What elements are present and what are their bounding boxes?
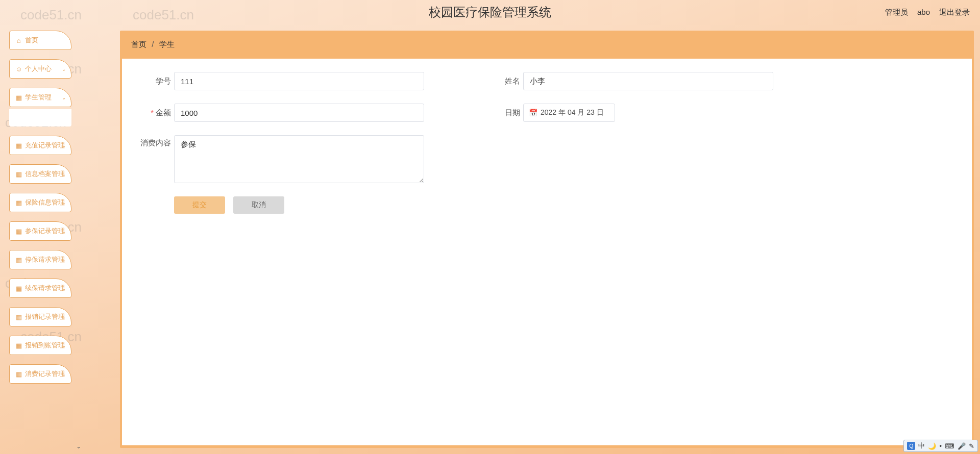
chevron-down-icon: ⌄ xyxy=(62,200,66,206)
date-label: 日期 xyxy=(485,108,520,118)
grid-icon: ▦ xyxy=(16,285,22,291)
sidebar-item-label: 停保请求管理 xyxy=(25,255,65,264)
sidebar-item-insurance-info[interactable]: ▦ 保险信息管理 ⌄ xyxy=(9,193,71,212)
chevron-down-icon: ⌄ xyxy=(62,371,66,377)
grid-icon: ▦ xyxy=(16,342,22,348)
breadcrumb-home[interactable]: 首页 xyxy=(131,40,146,48)
sidebar-subitem[interactable] xyxy=(9,109,71,127)
student-id-input[interactable] xyxy=(174,72,424,90)
sidebar-item-reimburse-record[interactable]: ▦ 报销记录管理 ⌄ xyxy=(9,307,71,326)
chevron-down-icon: ⌄ xyxy=(62,257,66,263)
breadcrumb: 首页 / 学生 xyxy=(121,32,973,58)
chevron-down-icon: ⌄ xyxy=(62,143,66,148)
sidebar-item-info-archive[interactable]: ▦ 信息档案管理 ⌄ xyxy=(9,164,71,184)
header-right: 管理员 abo 退出登录 xyxy=(885,8,970,17)
content-textarea[interactable] xyxy=(174,135,424,183)
grid-icon: ▦ xyxy=(16,228,22,234)
sidebar-item-stop-request[interactable]: ▦ 停保请求管理 ⌄ xyxy=(9,250,71,269)
sidebar-item-renew-request[interactable]: ▦ 续保请求管理 ⌄ xyxy=(9,279,71,298)
sidebar-item-label: 续保请求管理 xyxy=(25,284,65,293)
sidebar-item-label: 个人中心 xyxy=(25,64,52,73)
ime-logo-icon: Q xyxy=(907,442,915,450)
grid-icon: ▦ xyxy=(16,199,22,206)
submit-button[interactable]: 提交 xyxy=(174,196,225,214)
sidebar-item-label: 报销到账管理 xyxy=(25,341,65,350)
sidebar-item-recharge[interactable]: ▦ 充值记录管理 ⌄ xyxy=(9,136,71,155)
chevron-down-icon: ⌄ xyxy=(62,66,66,72)
grid-icon: ▦ xyxy=(16,257,22,263)
chevron-down-icon: ⌄ xyxy=(62,95,66,100)
amount-input[interactable] xyxy=(174,104,424,122)
sidebar-item-student[interactable]: ▦ 学生管理 ⌄ xyxy=(9,88,71,107)
name-input[interactable] xyxy=(523,72,773,90)
sidebar-item-label: 保险信息管理 xyxy=(25,198,65,207)
scroll-down-icon[interactable]: ⌄ xyxy=(76,443,81,450)
sidebar-item-profile[interactable]: ☺ 个人中心 ⌄ xyxy=(9,59,71,79)
app-title: 校园医疗保险管理系统 xyxy=(429,4,551,20)
sidebar-item-reimburse-arrival[interactable]: ▦ 报销到账管理 ⌄ xyxy=(9,336,71,355)
cancel-button[interactable]: 取消 xyxy=(233,196,284,214)
chevron-down-icon: ⌄ xyxy=(62,286,66,291)
sidebar-item-label: 充值记录管理 xyxy=(25,141,65,150)
amount-label: 金额 xyxy=(136,108,171,118)
grid-icon: ▦ xyxy=(16,171,22,177)
ime-punct-icon[interactable]: • xyxy=(939,442,942,450)
grid-icon: ▦ xyxy=(16,94,22,100)
ime-mic-icon[interactable]: 🎤 xyxy=(958,442,966,450)
sidebar-item-label: 报销记录管理 xyxy=(25,312,65,321)
ime-lang[interactable]: 中 xyxy=(918,441,925,450)
chevron-down-icon: ⌄ xyxy=(62,171,66,177)
header: 校园医疗保险管理系统 管理员 abo 退出登录 xyxy=(0,0,980,24)
ime-toolbar[interactable]: Q 中 🌙 • ⌨ 🎤 ✎ xyxy=(903,440,978,452)
main-content: 首页 / 学生 学号 姓名 金额 xyxy=(84,24,980,454)
sidebar-item-label: 信息档案管理 xyxy=(25,169,65,179)
sidebar-item-label: 学生管理 xyxy=(25,93,52,102)
date-value: 2022 年 04 月 23 日 xyxy=(541,108,604,117)
sidebar-item-home[interactable]: ⌂ 首页 xyxy=(9,31,71,50)
logout-link[interactable]: 退出登录 xyxy=(939,8,970,17)
sidebar-item-label: 首页 xyxy=(25,36,38,45)
calendar-icon: 📅 xyxy=(529,109,537,117)
sidebar: ⌂ 首页 ☺ 个人中心 ⌄ ▦ 学生管理 ⌄ ▦ 充值记录管理 ⌄ ▦ 信息档案… xyxy=(0,24,84,454)
home-icon: ⌂ xyxy=(16,37,22,43)
role-label: 管理员 xyxy=(885,8,908,17)
username[interactable]: abo xyxy=(917,8,930,17)
content-label: 消费内容 xyxy=(136,135,171,148)
chevron-down-icon: ⌄ xyxy=(62,343,66,348)
grid-icon: ▦ xyxy=(16,371,22,377)
breadcrumb-current: 学生 xyxy=(159,40,175,48)
ime-keyboard-icon[interactable]: ⌨ xyxy=(945,442,954,450)
sidebar-item-label: 消费记录管理 xyxy=(25,369,65,379)
chevron-down-icon: ⌄ xyxy=(62,229,66,234)
panel: 首页 / 学生 学号 姓名 金额 xyxy=(120,31,974,448)
ime-moon-icon[interactable]: 🌙 xyxy=(928,442,936,450)
sidebar-item-enroll-record[interactable]: ▦ 参保记录管理 ⌄ xyxy=(9,221,71,241)
name-label: 姓名 xyxy=(485,77,520,86)
chevron-down-icon: ⌄ xyxy=(62,314,66,320)
grid-icon: ▦ xyxy=(16,314,22,320)
breadcrumb-separator: / xyxy=(152,40,154,48)
date-input[interactable]: 📅 2022 年 04 月 23 日 xyxy=(523,104,615,122)
student-id-label: 学号 xyxy=(136,77,171,86)
ime-settings-icon[interactable]: ✎ xyxy=(969,442,974,450)
sidebar-item-label: 参保记录管理 xyxy=(25,226,65,236)
user-icon: ☺ xyxy=(16,66,22,72)
sidebar-item-consume-record[interactable]: ▦ 消费记录管理 ⌄ xyxy=(9,364,71,384)
form-area: 学号 姓名 金额 日期 📅 xyxy=(122,59,972,445)
grid-icon: ▦ xyxy=(16,142,22,148)
